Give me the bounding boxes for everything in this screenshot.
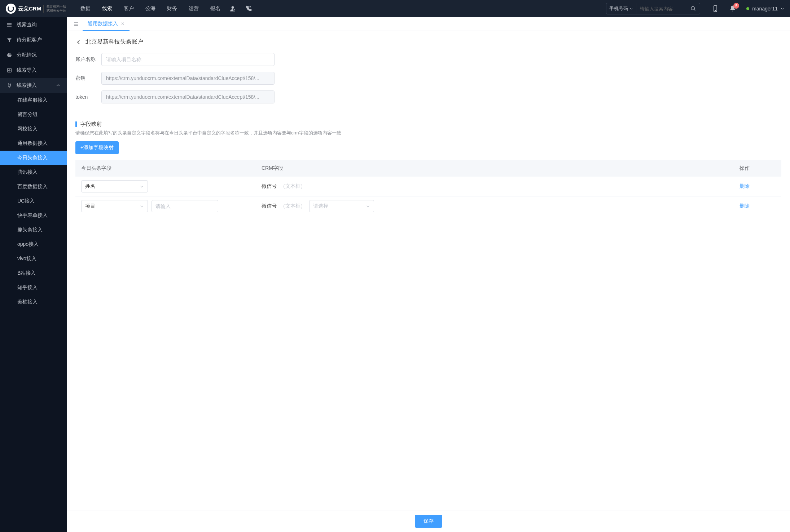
toutiao-field-select[interactable]: 姓名 <box>81 180 148 192</box>
top-nav: 数据线索客户公海财务运营报名 <box>80 5 220 12</box>
search-icon <box>690 6 696 12</box>
save-button[interactable]: 保存 <box>415 515 442 528</box>
chevron-down-icon <box>366 204 370 208</box>
logo-icon <box>6 4 16 14</box>
nav-item-2[interactable]: 客户 <box>124 5 134 12</box>
export-icon <box>6 67 12 73</box>
search-type-select[interactable]: 手机号码 <box>606 3 636 14</box>
svg-rect-5 <box>7 23 12 24</box>
brand-tagline: 教育机构一站 式服务云平台 <box>43 5 66 13</box>
svg-point-4 <box>715 10 716 11</box>
sidebar-subitem[interactable]: 腾讯接入 <box>0 165 67 179</box>
search-button[interactable] <box>687 6 700 12</box>
secret-input[interactable] <box>101 72 275 85</box>
sidebar-subitem[interactable]: 通用数据接入 <box>0 136 67 151</box>
chevron-down-icon <box>140 204 144 208</box>
topbar: 云朵CRM 教育机构一站 式服务云平台 数据线索客户公海财务运营报名 手机号码 <box>0 0 790 17</box>
custom-field-input[interactable] <box>152 200 218 212</box>
nav-item-3[interactable]: 公海 <box>145 5 155 12</box>
sidebar-subitem[interactable]: 今日头条接入 <box>0 151 67 165</box>
call-icon[interactable] <box>245 5 252 12</box>
chevron-down-icon <box>781 7 784 10</box>
close-icon[interactable]: ✕ <box>121 21 124 26</box>
sidebar-item[interactable]: 分配情况 <box>0 48 67 63</box>
status-dot <box>746 7 749 10</box>
footer-bar: 保存 <box>67 510 790 532</box>
account-label: 账户名称 <box>75 56 101 63</box>
back-button[interactable] <box>75 39 82 45</box>
brand-name: 云朵CRM <box>18 5 41 12</box>
sidebar-subitem[interactable]: 知乎接入 <box>0 280 67 295</box>
user-menu[interactable]: manager11 <box>746 6 784 12</box>
sidebar-subitem[interactable]: 在线客服接入 <box>0 93 67 107</box>
table-row: 项目 微信号（文本框） 请选择 删除 <box>75 196 781 216</box>
sidebar-subitem[interactable]: 留言分组 <box>0 107 67 122</box>
svg-point-0 <box>232 6 234 9</box>
username: manager11 <box>752 6 778 12</box>
delete-link[interactable]: 删除 <box>739 203 750 209</box>
sidebar-item[interactable]: 线索接入 <box>0 78 67 93</box>
sidebar-subitem[interactable]: 快手表单接入 <box>0 208 67 223</box>
sidebar-item[interactable]: 待分配客户 <box>0 32 67 48</box>
token-label: token <box>75 94 101 100</box>
page-title: 北京昱新科技头条账户 <box>85 38 143 46</box>
svg-point-2 <box>691 6 694 10</box>
sidebar-subitem[interactable]: 网校接入 <box>0 122 67 136</box>
nav-item-4[interactable]: 财务 <box>167 5 177 12</box>
chevron-down-icon <box>629 7 633 10</box>
crm-field-label: 微信号 <box>262 183 277 190</box>
sidebar-item[interactable]: 线索导入 <box>0 63 67 78</box>
sidebar: 线索查询待分配客户分配情况线索导入线索接入在线客服接入留言分组网校接入通用数据接… <box>0 17 67 532</box>
breadcrumb: 北京昱新科技头条账户 <box>67 31 790 49</box>
sidebar-subitem[interactable]: vivo接入 <box>0 252 67 266</box>
list-icon <box>6 22 12 28</box>
user-add-icon[interactable] <box>229 5 236 12</box>
sidebar-subitem[interactable]: 百度数据接入 <box>0 179 67 194</box>
logo[interactable]: 云朵CRM 教育机构一站 式服务云平台 <box>6 4 66 14</box>
plug-icon <box>6 83 12 88</box>
notification-badge: 5 <box>733 3 739 9</box>
search-input[interactable] <box>636 6 687 12</box>
search-box: 手机号码 <box>606 3 700 14</box>
sidebar-subitem[interactable]: 美柚接入 <box>0 295 67 309</box>
sidebar-subitem[interactable]: UC接入 <box>0 194 67 208</box>
notifications-button[interactable]: 5 <box>729 5 736 12</box>
chevron-up-icon <box>56 83 60 88</box>
crm-option-select[interactable]: 请选择 <box>309 200 374 212</box>
section-description: 请确保您在此填写的头条自定义字段名称与在今日头条平台中自定义的字段名称一致，并且… <box>67 130 790 141</box>
crm-field-label: 微信号 <box>262 203 277 209</box>
account-name-input[interactable] <box>101 53 275 66</box>
token-input[interactable] <box>101 90 275 103</box>
sidebar-subitem[interactable]: oppo接入 <box>0 237 67 252</box>
nav-item-1[interactable]: 线索 <box>102 5 112 12</box>
table-row: 姓名 微信号（文本框） 删除 <box>75 177 781 196</box>
nav-item-0[interactable]: 数据 <box>80 5 91 12</box>
tab-bar: 通用数据接入 ✕ <box>67 17 790 31</box>
section-title: 字段映射 <box>80 121 102 128</box>
section-accent <box>75 121 77 127</box>
table-header: 今日头条字段 CRM字段 操作 <box>75 160 781 177</box>
chevron-down-icon <box>140 184 144 189</box>
nav-item-5[interactable]: 运营 <box>189 5 199 12</box>
toutiao-field-select[interactable]: 项目 <box>81 200 148 212</box>
mapping-table: 今日头条字段 CRM字段 操作 姓名 微信号（文本框） 删除 <box>75 160 781 216</box>
tabs-collapse-icon[interactable] <box>70 21 83 27</box>
sidebar-subitem[interactable]: 趣头条接入 <box>0 223 67 237</box>
pie-icon <box>6 52 12 58</box>
secret-label: 密钥 <box>75 75 101 81</box>
svg-rect-7 <box>7 26 12 27</box>
mobile-icon[interactable] <box>712 5 719 12</box>
chevron-left-icon <box>75 39 82 45</box>
nav-item-6[interactable]: 报名 <box>210 5 220 12</box>
delete-link[interactable]: 删除 <box>739 183 750 189</box>
tab-general-data[interactable]: 通用数据接入 ✕ <box>83 17 130 31</box>
filter-icon <box>6 37 12 43</box>
sidebar-subitem[interactable]: B站接入 <box>0 266 67 280</box>
svg-rect-6 <box>7 25 12 25</box>
add-mapping-button[interactable]: +添加字段映射 <box>75 141 119 154</box>
sidebar-item[interactable]: 线索查询 <box>0 17 67 32</box>
